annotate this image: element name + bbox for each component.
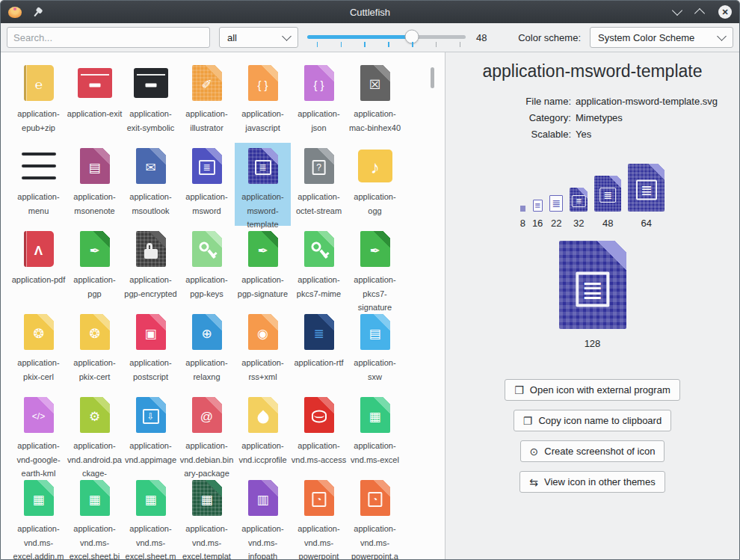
- size-preview: ≣16: [532, 200, 543, 229]
- document-lines-glyph: ≣: [313, 327, 324, 340]
- icon-label: application-rtf: [292, 356, 347, 370]
- icon-cell[interactable]: </>application-vnd-google-earth-kml: [10, 392, 67, 475]
- icon-cell[interactable]: ✒application-pgp: [67, 226, 123, 309]
- icon-cell[interactable]: ❂application-pkix-cerl: [10, 309, 67, 392]
- icon-label: application-pgp: [67, 273, 123, 301]
- icon-cell[interactable]: ▦application-vnd.ms-excel.sheet.bi: [67, 475, 123, 558]
- icon-label: application-pgp-encrypted: [123, 273, 179, 301]
- icon-cell[interactable]: ✒application-pkcs7-signature: [347, 226, 403, 309]
- copy-icon-name-to-clipboard-button[interactable]: ❐Copy icon name to clipboard: [514, 410, 671, 431]
- icon-cell[interactable]: { }application-json: [291, 60, 347, 143]
- icon-cell[interactable]: ◔application-vnd.ms-powerpoint: [291, 475, 347, 558]
- minimize-button[interactable]: [672, 5, 682, 16]
- color-scheme-dropdown[interactable]: System Color Scheme: [590, 27, 733, 48]
- icon-cell[interactable]: ⊕application-relaxng: [179, 309, 235, 392]
- icon-label: application-sxw: [348, 356, 403, 384]
- icon-label: application-epub+zip: [11, 107, 67, 135]
- pen-glyph: ✒: [89, 244, 99, 257]
- icon-cell[interactable]: application-exit: [67, 60, 123, 143]
- pie-chart-glyph: ◔: [368, 492, 382, 507]
- copy-icon: ❐: [523, 416, 533, 426]
- application-mac-binhex40-icon: ☒: [360, 65, 390, 101]
- icon-cell[interactable]: application-pgp-encrypted: [123, 226, 179, 309]
- icon-cell[interactable]: application-menu: [10, 143, 67, 226]
- maximize-button[interactable]: [694, 8, 705, 19]
- create-screenshot-of-icon-button[interactable]: ⊙Create screenshot of icon: [520, 440, 665, 462]
- preview-icon-16: ≣: [533, 200, 543, 212]
- application-vnd.iccprofile-icon: [248, 397, 278, 433]
- size-preview: ≣48: [594, 176, 621, 229]
- preview-icon-64: ≣: [628, 164, 665, 212]
- icon-label: application-javascript: [235, 107, 291, 135]
- icon-cell[interactable]: ⇩application-vnd.appimage: [123, 392, 179, 475]
- icon-cell[interactable]: ℮application-epub+zip: [10, 60, 67, 143]
- x-box-glyph: ☒: [369, 79, 380, 91]
- camera-icon: ⊙: [530, 446, 539, 457]
- icon-cell[interactable]: ♪application-ogg: [347, 143, 403, 226]
- application-vnd.ms-excel.addin.m-icon: ▦: [24, 480, 54, 516]
- icon-cell[interactable]: Λapplication-pdf: [10, 226, 67, 309]
- application-vnd.ms-powerpoint-icon: ◔: [304, 480, 334, 516]
- icon-cell[interactable]: ❂application-pkix-cert: [67, 309, 123, 392]
- icon-cell[interactable]: @application-vnd.debian.binary-package: [179, 392, 235, 475]
- icon-cell[interactable]: ▤application-sxw: [347, 309, 403, 392]
- icon-cell[interactable]: ▦application-vnd.ms-excel.addin.m: [10, 475, 67, 558]
- action-buttons: ❒Open icon with external program❐Copy ic…: [505, 379, 679, 493]
- application-illustrator-icon: ✐: [192, 65, 222, 101]
- icon-cell[interactable]: application-vnd.ms-access: [291, 392, 347, 475]
- preview-icon-8: [520, 206, 525, 212]
- icon-cell[interactable]: ≣application-msword: [179, 143, 235, 226]
- icon-cell[interactable]: ▦application-vnd.ms-excel: [347, 392, 403, 475]
- icon-cell[interactable]: ▥application-vnd.ms-infopath: [235, 475, 291, 558]
- document-lines-glyph: ≣: [576, 271, 609, 307]
- document-lines-glyph: ≣: [254, 160, 271, 175]
- preview-icon-48: ≣: [594, 176, 621, 212]
- application-vnd.ms-access-icon: [304, 397, 334, 433]
- chevron-down-icon: [282, 31, 292, 41]
- icon-cell[interactable]: ?application-octet-stream: [291, 143, 347, 226]
- icon-cell[interactable]: ⚙application-vnd.android.package-: [67, 392, 123, 475]
- icon-cell[interactable]: ≣application-rtf: [291, 309, 347, 392]
- icon-cell[interactable]: application-vnd.iccprofile: [235, 392, 291, 475]
- icon-cell[interactable]: ▤application-msonenote: [67, 143, 123, 226]
- application-exit-symbolic-icon: [134, 68, 168, 98]
- icon-label: application-octet-stream: [292, 190, 347, 218]
- open-icon-with-external-program-button[interactable]: ❒Open icon with external program: [505, 379, 679, 401]
- icon-cell[interactable]: ≣application-msword-template: [235, 143, 291, 226]
- icon-label: application-mac-binhex40: [348, 107, 403, 135]
- icon-cell[interactable]: application-pkcs7-mime: [291, 226, 347, 309]
- application-relaxng-icon: ⊕: [192, 314, 222, 350]
- icon-cell[interactable]: { }application-javascript: [235, 60, 291, 143]
- chevron-down-icon: [717, 31, 727, 41]
- view-icon-in-other-themes-button[interactable]: ⇆View icon in other themes: [519, 471, 665, 493]
- icon-cell[interactable]: ◔application-vnd.ms-powerpoint.a: [347, 475, 403, 558]
- key-glyph: [199, 250, 215, 252]
- pin-icon[interactable]: [30, 5, 45, 20]
- category-dropdown[interactable]: all: [219, 27, 298, 48]
- icon-cell[interactable]: ▦application-vnd.ms-excel.sheet.m: [123, 475, 179, 558]
- icon-cell[interactable]: ◉application-rss+xml: [235, 309, 291, 392]
- icon-cell[interactable]: ☒application-mac-binhex40: [347, 60, 403, 143]
- search-input[interactable]: [7, 27, 210, 48]
- application-pdf-icon: Λ: [24, 231, 54, 267]
- icon-label: application-vnd.appimage: [123, 439, 179, 467]
- icon-cell[interactable]: application-pgp-keys: [179, 226, 235, 309]
- toolbar: all 48 Color scheme: System Color Scheme: [1, 23, 739, 52]
- icon-cell[interactable]: application-exit-symbolic: [123, 60, 179, 143]
- icon-cell[interactable]: ▣application-postscript: [123, 309, 179, 392]
- app-window: Cuttlefish ✕ all 48 Color scheme: System…: [0, 0, 740, 560]
- icon-cell[interactable]: ▦application-vnd.ms-excel.templat: [179, 475, 235, 558]
- scrollbar-thumb[interactable]: [431, 67, 434, 88]
- spreadsheet-glyph: ▦: [88, 493, 100, 506]
- icon-cell[interactable]: ✉application-msoutlook: [123, 143, 179, 226]
- icon-cell[interactable]: ✒application-pgp-signature: [235, 226, 291, 309]
- themes-icon: ⇆: [529, 477, 538, 487]
- document-lines-glyph: ≣: [572, 195, 585, 207]
- size-slider[interactable]: [307, 26, 466, 49]
- close-button[interactable]: ✕: [718, 5, 732, 19]
- application-octet-stream-icon: ?: [304, 148, 334, 184]
- slider-track[interactable]: [307, 35, 466, 39]
- size-preview-label: 8: [520, 218, 525, 229]
- icon-cell[interactable]: ✐application-illustrator: [179, 60, 235, 143]
- slider-tick: [412, 42, 413, 47]
